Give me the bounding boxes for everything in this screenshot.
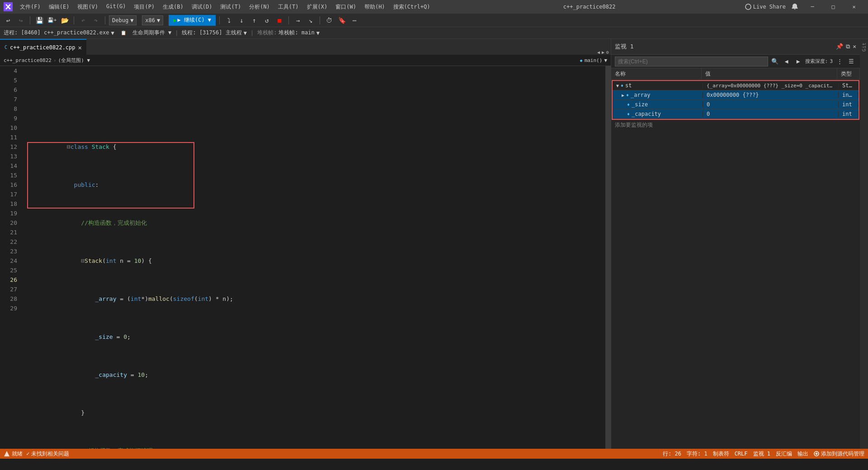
notifications-icon[interactable]: [791, 3, 798, 10]
capacity-watch-icon: ♦: [627, 112, 630, 117]
run-to-cursor-btn[interactable]: →: [292, 15, 303, 26]
no-problems[interactable]: ✓ 未找到相关问题: [26, 450, 69, 458]
restart-btn[interactable]: ↺: [261, 15, 272, 26]
search-options-btn[interactable]: ⋮: [835, 57, 844, 66]
watch-search-input[interactable]: [615, 57, 768, 66]
code-lines[interactable]: ⊟class Stack { public: //构造函数，完成初始化 ⊟Sta…: [23, 66, 605, 449]
search-settings-btn[interactable]: ☰: [846, 57, 856, 66]
continue-btn[interactable]: ▶ ▶ 继续(C) ▼: [169, 15, 216, 26]
search-prev-btn[interactable]: ◀: [782, 57, 792, 66]
debug-bar: 就绪 ✓ 未找到相关问题 行: 26 字符: 1 制表符 CRLF 监视 1 反…: [0, 449, 868, 459]
menu-search[interactable]: 搜索(Ctrl+Q): [390, 2, 434, 12]
redo2-btn[interactable]: ↷: [90, 15, 101, 26]
menu-view[interactable]: 视图(V): [74, 2, 102, 12]
git-tab[interactable]: Git: [859, 41, 868, 53]
watch-close-btn[interactable]: ✕: [853, 43, 856, 50]
code-line-10: _capacity = 10;: [24, 361, 605, 370]
watch-row-st[interactable]: ▼ ♦ st {_array=0x00000000 {???} _size=0 …: [613, 81, 859, 90]
save-btn[interactable]: 💾: [34, 15, 45, 26]
menu-edit[interactable]: 编辑(E): [45, 2, 73, 12]
watch-items-highlighted: ▼ ♦ st {_array=0x00000000 {???} _size=0 …: [612, 80, 859, 120]
menu-tools[interactable]: 工具(T): [274, 2, 302, 12]
process-section: 进程: [8460] c++_practice0822.exe ▼: [4, 29, 114, 37]
watch-float-btn[interactable]: ⧉: [846, 43, 850, 50]
title-controls: Live Share: [745, 3, 798, 10]
code-editor[interactable]: 4 5 6 7 8 9 10 11 12 13 14 15 16 17 18 1…: [0, 66, 611, 449]
watch-row-st-name: ▼ ♦ st: [613, 82, 703, 89]
redo-btn[interactable]: ↪: [15, 15, 26, 26]
stack-section: 堆栈帧: 堆栈帧: main ▼: [257, 29, 320, 37]
status-bar-right: 行: 26 字符: 1 制表符 CRLF 监视 1 反汇编 输出 添加到源代码管…: [663, 450, 864, 458]
watch-controls[interactable]: 📌 ⧉ ✕: [836, 43, 856, 50]
tab-cpp[interactable]: C c++_practice0822.cpp ✕: [0, 39, 86, 55]
expand-st-icon[interactable]: ▼: [616, 83, 619, 88]
add-watch-item[interactable]: 添加要监视的项: [611, 120, 860, 130]
col-name: 名称: [611, 68, 702, 80]
window-controls[interactable]: ─ □ ✕: [802, 0, 864, 14]
save-all-btn[interactable]: 💾+: [47, 15, 57, 26]
debug-config-dropdown[interactable]: Debug ▼: [109, 15, 137, 25]
lifecycle-section[interactable]: 生命周期事件 ▼: [132, 29, 171, 37]
watch-row-array[interactable]: ▶ ♦ _array 0x00000000 {???} int *: [613, 90, 859, 100]
fold-icon2: ⊟: [81, 257, 85, 264]
more-btn[interactable]: ⋯: [349, 15, 360, 26]
step-out-btn[interactable]: ↑: [249, 15, 259, 26]
tab-close-btn[interactable]: ✕: [78, 44, 82, 51]
size-watch-icon: ♦: [627, 102, 630, 107]
menu-analyze[interactable]: 分析(N): [245, 2, 274, 12]
search-go-btn[interactable]: 🔍: [770, 57, 780, 66]
watch-row-capacity[interactable]: ♦ _capacity 0 int: [613, 109, 859, 119]
debug-status-left: 就绪: [4, 450, 23, 458]
disasm-btn[interactable]: 反汇编: [776, 450, 792, 458]
menu-debug[interactable]: 调试(D): [188, 2, 216, 12]
menu-test[interactable]: 测试(T): [217, 2, 245, 12]
undo-btn[interactable]: ↩: [3, 15, 14, 26]
watch1-btn[interactable]: 监视 1: [753, 450, 770, 458]
open-file-btn[interactable]: 📂: [59, 15, 70, 26]
menu-git[interactable]: Git(G): [103, 2, 129, 12]
menu-build[interactable]: 生成(B): [159, 2, 187, 12]
watch-pin-btn[interactable]: 📌: [836, 43, 843, 50]
search-depth: 搜索深度: 3: [805, 58, 833, 65]
menu-bar[interactable]: 文件(F) 编辑(E) 视图(V) Git(G) 项目(P) 生成(B) 调试(…: [16, 2, 434, 12]
menu-help[interactable]: 帮助(H): [361, 2, 389, 12]
step-over-btn[interactable]: ⤵: [223, 15, 234, 26]
perf-profiler-btn[interactable]: ⏱: [324, 15, 335, 26]
tab-scroll-right[interactable]: ▶: [602, 50, 604, 55]
add-to-source[interactable]: 添加到源代码管理: [814, 450, 864, 458]
code-line-6: //构造函数，完成初始化: [24, 209, 605, 218]
platform-dropdown[interactable]: x86 ▼: [142, 15, 163, 25]
undo2-btn[interactable]: ↶: [78, 15, 89, 26]
search-next-btn[interactable]: ▶: [793, 57, 803, 66]
menu-file[interactable]: 文件(F): [16, 2, 44, 12]
output-btn[interactable]: 输出: [797, 450, 808, 458]
watch-row-st-value: {_array=0x00000000 {???} _size=0 _capaci…: [703, 83, 839, 89]
maximize-btn[interactable]: □: [823, 0, 844, 14]
scope-segment: (全局范围) ▼: [58, 57, 90, 64]
sep5: [288, 16, 289, 24]
menu-window[interactable]: 窗口(W): [332, 2, 360, 12]
tab-bar: C c++_practice0822.cpp ✕ ◀ ▶ ⚙: [0, 39, 611, 55]
step-into-specific-btn[interactable]: ↘: [305, 15, 316, 26]
tab-scroll-left[interactable]: ◀: [597, 50, 600, 55]
watch-row-size[interactable]: ♦ _size 0 int: [613, 100, 859, 109]
live-share-btn[interactable]: Live Share: [745, 4, 786, 10]
window-title: c++_practice0822: [437, 4, 741, 10]
watch-search-bar: 🔍 ◀ ▶ 搜索深度: 3 ⋮ ☰: [611, 55, 860, 68]
watch-row-size-name: ♦ _size: [613, 101, 703, 108]
method-selector[interactable]: ◆ main() ▼: [580, 57, 607, 63]
menu-extensions[interactable]: 扩展(X): [303, 2, 331, 12]
sep2: [74, 16, 74, 24]
stop-btn[interactable]: ■: [274, 15, 285, 26]
bookmark-btn[interactable]: 🔖: [336, 15, 347, 26]
minimize-btn[interactable]: ─: [802, 0, 823, 14]
menu-project[interactable]: 项目(P): [130, 2, 158, 12]
code-line-12: //析构函数，完成资源清理: [24, 437, 605, 446]
step-into-btn[interactable]: ↓: [236, 15, 247, 26]
expand-array-icon[interactable]: ▶: [622, 93, 624, 98]
tab-settings[interactable]: ⚙: [606, 50, 609, 55]
close-btn[interactable]: ✕: [844, 0, 864, 14]
editor-scrollbar[interactable]: [605, 66, 611, 449]
code-content: 4 5 6 7 8 9 10 11 12 13 14 15 16 17 18 1…: [0, 66, 611, 449]
thread-label: 线程: [31756] 主线程: [182, 29, 241, 37]
